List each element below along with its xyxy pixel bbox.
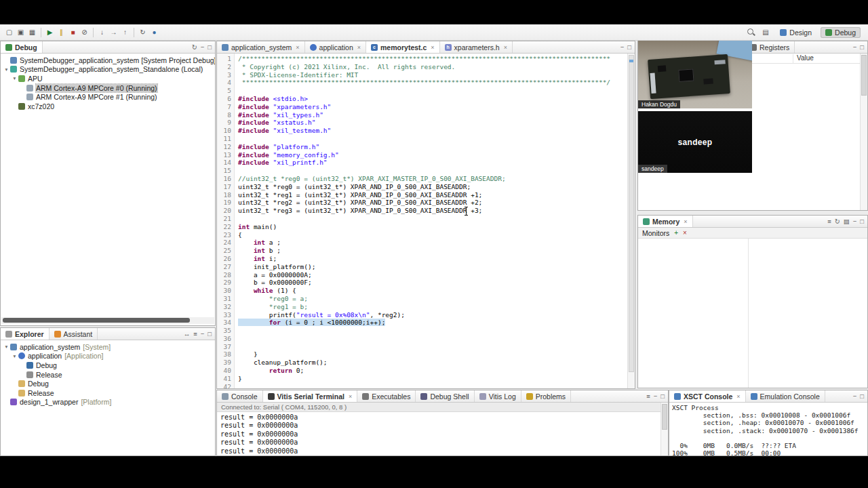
debug-tree-item[interactable]: xc7z020	[1, 102, 215, 111]
resume-icon[interactable]: ▶	[44, 26, 56, 38]
maximize-icon[interactable]: □	[660, 392, 665, 400]
editor-vertical-scrollbar[interactable]	[627, 54, 635, 388]
code-line[interactable]: a = 0x0000000A;	[238, 271, 627, 279]
minimize-icon[interactable]: −	[654, 392, 658, 400]
tab-registers[interactable]: Registers	[745, 41, 795, 53]
debug-tree-item[interactable]: ▾APU	[1, 74, 215, 83]
code-line[interactable]: #include <stdio.h>	[238, 95, 627, 103]
refresh-icon[interactable]: ↻	[835, 218, 840, 225]
code-line[interactable]: uint32_t *reg0 = (uint32_t*) XPAR_AND_IP…	[238, 183, 627, 191]
tab-emulation-console[interactable]: Emulation Console	[746, 390, 825, 402]
code-line[interactable]: int i;	[238, 255, 627, 263]
code-line[interactable]: }	[238, 375, 627, 383]
close-icon[interactable]: ×	[431, 44, 434, 51]
code-line[interactable]	[238, 343, 627, 351]
scrollbar-thumb[interactable]	[3, 318, 190, 323]
step-into-icon[interactable]: ↓	[96, 26, 108, 38]
grid-icon[interactable]: ▤	[844, 218, 850, 225]
code-line[interactable]	[238, 87, 627, 95]
tab-debug[interactable]: Debug	[1, 41, 43, 53]
code-line[interactable]: #include "platform.h"	[238, 143, 627, 151]
code-line[interactable]: /***************************************…	[238, 55, 627, 63]
code-line[interactable]: return 0;	[238, 367, 627, 375]
registers-vertical-scrollbar[interactable]	[860, 54, 867, 210]
code-line[interactable]	[238, 383, 627, 388]
add-monitor-icon[interactable]: +	[674, 229, 678, 237]
maximize-icon[interactable]: □	[860, 392, 864, 400]
code-line[interactable]: {	[238, 231, 627, 239]
code-line[interactable]: * SPDX-License-Identifier: MIT	[238, 71, 627, 79]
code-line[interactable]: *reg0 = a;	[238, 295, 627, 303]
console-tab-vitis-log[interactable]: Vitis Log	[475, 390, 521, 402]
explorer-tree-item[interactable]: ▾application [Application]	[1, 352, 215, 361]
new-icon[interactable]: ▢	[3, 26, 15, 38]
refresh-icon[interactable]: ↻	[192, 43, 197, 51]
editor-tab-xparameters-h[interactable]: hxparameters.h×	[440, 41, 513, 53]
console-tab-console[interactable]: Console	[217, 390, 263, 402]
console-tab-vitis-serial-terminal[interactable]: Vitis Serial Terminal×	[263, 390, 358, 402]
step-return-icon[interactable]: ↑	[119, 26, 131, 38]
code-line[interactable]: int b ;	[238, 247, 627, 255]
minimize-icon[interactable]: −	[201, 330, 205, 338]
console-tab-problems[interactable]: Problems	[521, 390, 571, 402]
code-line[interactable]: //uint32_t *reg0 = (uint32_t*) XPAR_AXI_…	[238, 175, 627, 183]
maximize-icon[interactable]: □	[860, 43, 864, 51]
debug-tree-item[interactable]: ARM Cortex-A9 MPCore #0 (Running)	[1, 83, 215, 93]
code-line[interactable]: for (i = 0 ; i <10000000;i++);	[238, 319, 627, 327]
console-vertical-scrollbar[interactable]	[660, 403, 668, 455]
expander-icon[interactable]: ▾	[11, 353, 18, 359]
tab-explorer[interactable]: Explorer	[1, 328, 50, 340]
tab-memory[interactable]: Memory×	[638, 216, 693, 227]
editor-tab-memorytest-c[interactable]: cmemorytest.c×	[366, 41, 440, 53]
explorer-tree-item[interactable]: Debug	[1, 361, 215, 370]
close-icon[interactable]: ×	[684, 218, 687, 225]
scrollbar-thumb[interactable]	[662, 404, 667, 430]
code-line[interactable]: }	[238, 350, 627, 359]
code-line[interactable]: while (1) {	[238, 287, 627, 295]
scrollbar-thumb[interactable]	[861, 55, 867, 96]
minimize-icon[interactable]: −	[853, 218, 857, 225]
restart-icon[interactable]: ↻	[137, 26, 149, 38]
minimize-icon[interactable]: −	[620, 43, 625, 51]
expander-icon[interactable]: ▾	[3, 66, 10, 73]
maximize-icon[interactable]: □	[627, 43, 631, 51]
code-content[interactable]: /***************************************…	[235, 54, 627, 388]
suspend-icon[interactable]: ∥	[56, 26, 67, 38]
tab-xsct-console[interactable]: XSCT Console×	[669, 390, 746, 402]
code-line[interactable]: #include "xparameters.h"	[238, 103, 627, 111]
debug-horizontal-scrollbar[interactable]	[1, 317, 214, 324]
debug-tree-item[interactable]: ▾SystemDebugger_application_system_Stand…	[1, 65, 215, 75]
editor-tab-application[interactable]: application×	[305, 41, 366, 53]
explorer-tree-item[interactable]: design_1_wrapper [Platform]	[1, 398, 215, 407]
editor-tab-application-system[interactable]: application_system×	[217, 41, 305, 53]
perspective-design[interactable]: Design	[775, 27, 816, 38]
code-line[interactable]	[238, 215, 627, 223]
explorer-tree-item[interactable]: Debug	[1, 379, 215, 388]
code-line[interactable]: #include "xil_printf.h"	[238, 159, 627, 167]
close-icon[interactable]: ×	[504, 44, 507, 51]
code-line[interactable]: uint32_t *reg1 = (uint32_t*) XPAR_AND_IP…	[238, 191, 627, 199]
disconnect-icon[interactable]: ⊘	[79, 26, 90, 38]
serial-terminal-output[interactable]: result = 0x0000000aresult = 0x0000000are…	[217, 412, 660, 455]
open-perspective-icon[interactable]: ▤	[760, 26, 771, 38]
xsct-console-output[interactable]: XSCT Process section, .bss: 0x00010008 -…	[669, 403, 867, 455]
code-line[interactable]: int a ;	[238, 239, 627, 247]
code-editor[interactable]: 1234567891011121314151617181920212223242…	[217, 54, 627, 388]
breakpoint-icon[interactable]: ●	[149, 26, 160, 38]
code-line[interactable]: int main()	[238, 223, 627, 231]
code-line[interactable]	[238, 135, 627, 143]
remove-monitor-icon[interactable]: ×	[683, 229, 687, 237]
code-line[interactable]: b = 0x0000000F;	[238, 279, 627, 287]
expander-icon[interactable]: ▾	[11, 75, 18, 81]
minimize-icon[interactable]: −	[853, 392, 857, 400]
code-line[interactable]: #include "memory_config.h"	[238, 151, 627, 159]
code-line[interactable]: printf("result = 0x%08x\n", *reg2);	[238, 311, 627, 319]
minimize-icon[interactable]: −	[201, 43, 205, 51]
step-over-icon[interactable]: →	[108, 26, 119, 38]
tab-assistant[interactable]: Assistant	[50, 328, 98, 340]
minimize-icon[interactable]: −	[853, 43, 857, 51]
maximize-icon[interactable]: □	[860, 218, 864, 225]
code-line[interactable]: #include "xstatus.h"	[238, 119, 627, 127]
close-icon[interactable]: ×	[349, 393, 352, 400]
close-icon[interactable]: ×	[296, 44, 299, 51]
